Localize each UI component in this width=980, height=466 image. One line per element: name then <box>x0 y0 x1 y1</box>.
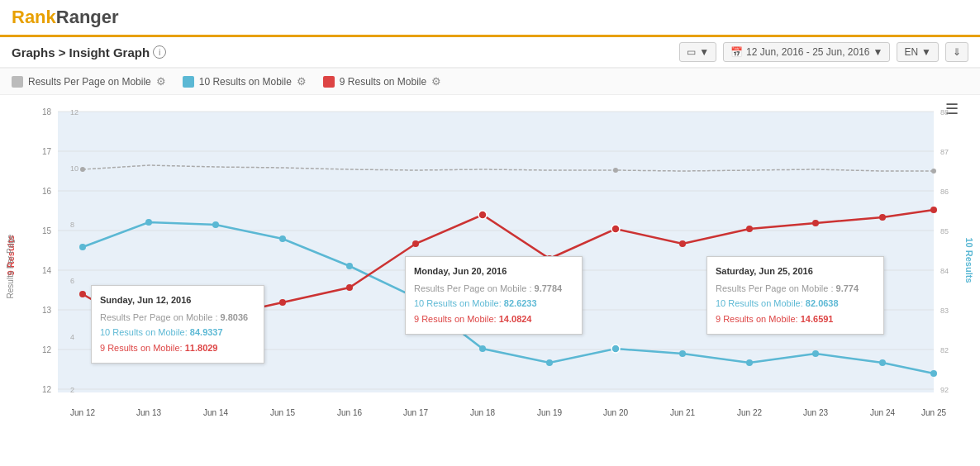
svg-text:Jun 22: Jun 22 <box>737 408 762 417</box>
svg-text:Jun 18: Jun 18 <box>470 408 495 417</box>
blue-dot-9 <box>611 345 620 353</box>
svg-text:92: 92 <box>940 386 949 394</box>
blue-dot-6 <box>412 294 419 301</box>
svg-text:Jun 19: Jun 19 <box>537 408 562 417</box>
blue-dot-13 <box>879 359 886 366</box>
download-button[interactable]: ⇓ <box>945 42 968 62</box>
legend-box-red <box>323 76 335 88</box>
blue-dot-7 <box>479 345 486 352</box>
legend-item-gray[interactable]: Results Per Page on Mobile ⚙ <box>12 75 166 88</box>
svg-rect-0 <box>58 112 934 392</box>
svg-text:8: 8 <box>70 221 74 229</box>
breadcrumb-text: Graphs > Insight Graph <box>12 45 150 59</box>
lang-label: EN <box>904 46 918 58</box>
info-icon[interactable]: i <box>153 45 166 59</box>
svg-text:Jun 23: Jun 23 <box>803 408 828 417</box>
svg-text:Jun 17: Jun 17 <box>403 408 428 417</box>
svg-text:Jun 16: Jun 16 <box>337 408 362 417</box>
legend-label-blue: 10 Results on Mobile <box>199 76 292 88</box>
svg-text:13: 13 <box>42 306 52 315</box>
logo: RankRanger <box>12 7 119 27</box>
date-range-label: 12 Jun, 2016 - 25 Jun, 2016 <box>746 46 869 58</box>
red-dot-3 <box>212 314 219 321</box>
svg-text:6: 6 <box>70 277 74 285</box>
red-dot-13 <box>879 214 886 221</box>
legend: Results Per Page on Mobile ⚙ 10 Results … <box>0 68 980 95</box>
red-dot-6 <box>412 240 419 247</box>
svg-text:88: 88 <box>940 108 949 116</box>
chart-area: 9 Results Results Per Page 10 Results ☰ … <box>0 95 980 426</box>
lang-button[interactable]: EN ▼ <box>897 42 939 62</box>
svg-text:2: 2 <box>70 386 74 394</box>
legend-label-red: 9 Results on Mobile <box>340 76 426 88</box>
red-dot-10 <box>679 240 686 247</box>
blue-dot-5 <box>346 263 353 269</box>
blue-dot-4 <box>279 235 286 242</box>
svg-text:17: 17 <box>42 147 52 156</box>
svg-text:Jun 21: Jun 21 <box>670 408 695 417</box>
lang-chevron: ▼ <box>921 46 931 58</box>
blue-dot-12 <box>812 350 819 357</box>
svg-text:Jun 25: Jun 25 <box>921 408 946 417</box>
legend-gear-blue[interactable]: ⚙ <box>297 75 307 88</box>
svg-text:12: 12 <box>42 385 52 394</box>
chart-svg: 18 17 16 15 14 13 12 12 12 10 8 6 4 2 88… <box>0 95 980 426</box>
red-dot-11 <box>746 226 753 232</box>
svg-text:Jun 14: Jun 14 <box>203 408 228 417</box>
red-dot-12 <box>812 220 819 226</box>
logo-ranger: Ranger <box>56 7 119 27</box>
date-range-button[interactable]: 📅 12 Jun, 2016 - 25 Jun, 2016 ▼ <box>723 42 890 62</box>
cube-chevron: ▼ <box>699 46 709 58</box>
blue-dot-2 <box>145 219 152 226</box>
svg-text:12: 12 <box>42 345 52 354</box>
blue-dot-1 <box>79 244 86 250</box>
svg-text:4: 4 <box>70 333 74 341</box>
svg-text:18: 18 <box>42 107 52 116</box>
blue-dot-11 <box>746 359 753 366</box>
logo-rank: Rank <box>12 7 56 27</box>
gray-dot-1 <box>80 167 85 172</box>
svg-text:Jun 15: Jun 15 <box>270 408 295 417</box>
legend-item-blue[interactable]: 10 Results on Mobile ⚙ <box>183 75 307 88</box>
svg-text:87: 87 <box>940 148 949 156</box>
red-dot-9 <box>611 225 620 233</box>
gray-dot-9 <box>613 168 618 173</box>
red-dot-1 <box>79 291 86 297</box>
svg-text:16: 16 <box>42 187 52 196</box>
svg-text:84: 84 <box>940 267 949 275</box>
blue-dot-3 <box>212 221 219 228</box>
download-icon: ⇓ <box>953 46 961 58</box>
svg-text:85: 85 <box>940 227 949 235</box>
svg-text:Jun 24: Jun 24 <box>870 408 895 417</box>
red-dot-5 <box>346 284 353 291</box>
svg-text:15: 15 <box>42 226 52 235</box>
cube-icon: ▭ <box>687 46 696 58</box>
red-dot-7 <box>478 211 487 219</box>
red-dot-8 <box>546 255 553 262</box>
legend-box-blue <box>183 76 194 88</box>
legend-label-gray: Results Per Page on Mobile <box>28 76 151 88</box>
legend-gear-gray[interactable]: ⚙ <box>156 75 166 88</box>
calendar-icon: 📅 <box>730 46 743 58</box>
legend-box-gray <box>12 76 23 88</box>
svg-text:Jun 12: Jun 12 <box>70 408 95 417</box>
svg-text:82: 82 <box>940 346 949 354</box>
svg-text:Jun 20: Jun 20 <box>603 408 628 417</box>
legend-item-red[interactable]: 9 Results on Mobile ⚙ <box>323 75 441 88</box>
blue-dot-8 <box>546 359 553 366</box>
header: RankRanger <box>0 0 980 37</box>
gray-dot-14 <box>931 169 936 174</box>
cube-button[interactable]: ▭ ▼ <box>679 42 716 62</box>
red-dot-14 <box>930 207 937 213</box>
date-chevron: ▼ <box>873 46 883 58</box>
svg-text:86: 86 <box>940 188 949 196</box>
blue-dot-10 <box>679 350 686 357</box>
legend-gear-red[interactable]: ⚙ <box>431 75 441 88</box>
svg-text:83: 83 <box>940 307 949 315</box>
svg-text:10: 10 <box>70 164 78 173</box>
svg-text:Jun 13: Jun 13 <box>136 408 161 417</box>
blue-dot-14 <box>930 370 937 377</box>
breadcrumb: Graphs > Insight Graph i <box>12 45 166 59</box>
svg-text:14: 14 <box>42 266 52 275</box>
toolbar: ▭ ▼ 📅 12 Jun, 2016 - 25 Jun, 2016 ▼ EN ▼… <box>679 42 968 62</box>
